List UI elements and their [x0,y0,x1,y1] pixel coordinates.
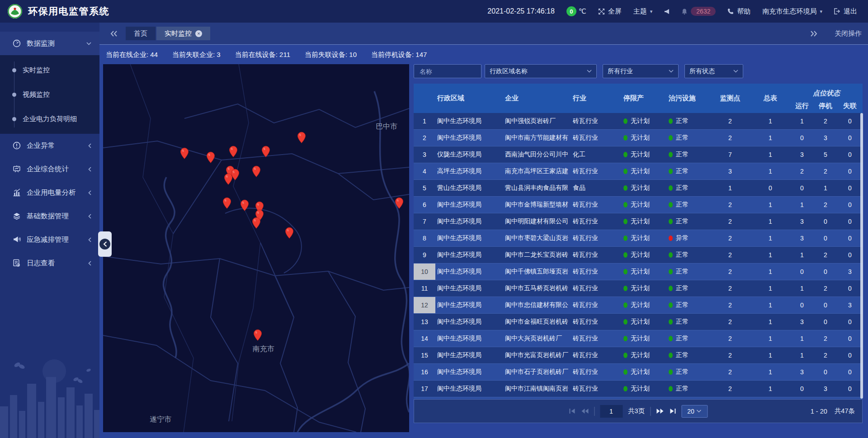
table-row[interactable]: 13阆中生态环境局阆中市金福旺页岩机砖砖瓦行业无计划正常21300 [414,314,863,330]
table-row[interactable]: 17阆中生态环境局阆中市江南镇阆南页岩砖瓦行业无计划正常21030 [414,381,863,397]
next-page-button[interactable] [656,408,664,414]
table-row[interactable]: 8阆中生态环境局阆中市枣碧大梁山页岩砖瓦行业无计划异常21300 [414,230,863,247]
help-button[interactable]: 帮助 [727,7,750,16]
close-operations-button[interactable]: 关闭操作 [835,29,862,38]
status-label: 无计划 [631,184,650,192]
region-filter-select[interactable]: 行政区域名称 [485,64,597,78]
table-row[interactable]: 11阆中生态环境局阆中市五马桥页岩机砖砖瓦行业无计划正常21120 [414,280,863,297]
sidebar-item-3[interactable]: 企业用电量分析 [0,181,99,204]
sidebar-subitem[interactable]: 企业电力负荷明细 [0,107,99,131]
table-row[interactable]: 6阆中生态环境局阆中市金博瑞新型墙材砖瓦行业无计划正常21120 [414,196,863,213]
tab-close-icon[interactable]: × [195,30,202,37]
status-dot-icon [669,286,673,291]
monitor-panel: 行政区域名称 所有行业 所有状态 行政区域 企业 行业 停限产 治污设施 监测点… [414,64,863,423]
mute-button[interactable] [664,9,670,14]
prev-page-button[interactable] [581,408,589,414]
tabs-scroll-right-button[interactable] [806,31,822,37]
map-pin-icon[interactable] [240,199,249,212]
page-size-select[interactable]: 20 [681,405,708,418]
status-dot-icon [623,169,627,174]
app-header: 环保用电监管系统 2021-02-25 17:46:18 0 ℃ 全屏 主题 ▾… [0,0,868,23]
map-pin-icon[interactable] [207,151,215,164]
table-row[interactable]: 15阆中生态环境局阆中市光富页岩机砖厂砖瓦行业无计划正常21120 [414,347,863,363]
temperature-unit: ℃ [579,7,586,15]
map-pin-icon[interactable] [229,146,237,158]
alert-icon [13,141,21,150]
status-dot-icon [669,202,673,207]
table-row[interactable]: 2阆中生态环境局阆中市南方节能建材有砖瓦行业无计划正常21030 [414,129,863,146]
filter-bar: 行政区域名称 所有行业 所有状态 [414,64,863,78]
col-points: 监测点 [710,84,750,113]
status-label: 无计划 [631,318,650,326]
status-label: 无计划 [631,201,650,209]
map-pin-icon[interactable] [252,217,261,229]
sidebar-item-5[interactable]: 应急减排管理 [0,228,99,251]
sidebar-subitem[interactable]: 实时监控 [0,58,99,82]
page-input[interactable] [600,405,623,418]
col-halt: 停机 [814,99,837,113]
table-row[interactable]: 10阆中生态环境局阆中千佛镇五郎垭页岩砖瓦行业无计划正常21003 [414,263,863,280]
tabs-scroll-left-button[interactable] [106,31,122,37]
map-pin-icon[interactable] [252,165,261,178]
first-page-button[interactable] [569,408,576,414]
name-filter-field[interactable] [414,64,481,78]
col-stop: 停限产 [622,84,667,113]
sidebar-menu: 数据监测实时监控视频监控企业电力负荷明细企业异常企业综合统计企业用电量分析基础数… [0,23,99,275]
map-pin-icon[interactable] [285,227,294,239]
sidebar-item-label: 企业综合统计 [27,165,88,174]
map[interactable]: 巴中市南充市遂宁市 [103,64,409,432]
name-filter-input[interactable] [419,67,476,75]
org-dropdown[interactable]: 南充市生态环境局 ▾ [762,7,822,16]
status-label: 正常 [676,167,689,175]
tab-label: 首页 [134,29,147,38]
table-row[interactable]: 5营山生态环境局营山县润丰肉食品有限食品无计划正常10010 [414,180,863,196]
map-pin-icon[interactable] [253,329,262,341]
gauge-icon [13,39,21,47]
table-row[interactable]: 3仪陇生态环境局西南油气田分公司川中化工无计划正常71350 [414,146,863,163]
last-page-button[interactable] [669,408,676,414]
table-row[interactable]: 16阆中生态环境局阆中市石子页岩机砖厂砖瓦行业无计划正常21300 [414,363,863,381]
status-dot-icon [623,235,627,241]
status-dot-icon [669,235,673,241]
status-dot-icon [623,202,627,207]
col-point-status: 点位状态 [790,84,863,99]
sidebar-item-0[interactable]: 数据监测 [0,32,99,55]
map-pin-icon[interactable] [297,132,306,144]
table-row[interactable]: 1阆中生态环境局阆中强锐页岩砖厂砖瓦行业无计划正常21120 [414,113,863,129]
total-pages-label: 共3页 [628,407,645,415]
map-pin-icon[interactable] [224,173,232,185]
tab-1[interactable]: 实时监控× [156,27,210,40]
col-meters: 总表 [750,84,790,113]
industry-filter-select[interactable]: 所有行业 [603,64,679,78]
table-row[interactable]: 4高坪生态环境局南充市高坪区王家店建砖瓦行业无计划正常31220 [414,163,863,180]
sidebar-item-1[interactable]: 企业异常 [0,134,99,157]
table-row[interactable]: 14阆中生态环境局阆中大兴页岩机砖厂砖瓦行业无计划正常21120 [414,330,863,347]
table-row[interactable]: 7阆中生态环境局阆中明阳建材有限公司砖瓦行业无计划正常21300 [414,213,863,230]
status-label: 正常 [676,301,689,309]
status-label: 无计划 [631,351,650,359]
status-filter-select[interactable]: 所有状态 [684,64,743,78]
notifications-button[interactable]: 2632 [681,7,716,16]
status-dot-icon [623,135,627,141]
map-pin-icon[interactable] [395,197,403,209]
col-industry: 行业 [571,84,622,113]
table-row[interactable]: 9阆中生态环境局阆中市二龙长宝页岩砖砖瓦行业无计划正常21120 [414,247,863,263]
sidebar-subitem[interactable]: 视频监控 [0,82,99,107]
map-pin-icon[interactable] [180,147,189,160]
sidebar-item-6[interactable]: 日志查看 [0,251,99,275]
status-dot-icon [623,336,627,341]
sidebar-collapse-button[interactable] [98,231,112,257]
sidebar-item-4[interactable]: 基础数据管理 [0,204,99,228]
fullscreen-button[interactable]: 全屏 [598,7,622,16]
sidebar-item-2[interactable]: 企业综合统计 [0,157,99,181]
status-label: 无计划 [631,301,650,309]
table-scrollbar[interactable] [860,113,863,399]
datetime-label: 2021-02-25 17:46:18 [487,7,555,15]
tab-0[interactable]: 首页 [126,27,156,40]
map-pin-icon[interactable] [223,197,231,209]
table-row[interactable]: 12阆中生态环境局阆中市忠信建材有限公砖瓦行业无计划正常21003 [414,297,863,314]
logout-button[interactable]: 退出 [834,7,857,16]
map-pin-icon[interactable] [262,146,270,158]
app-title: 环保用电监管系统 [28,5,109,18]
theme-dropdown[interactable]: 主题 ▾ [633,7,653,16]
